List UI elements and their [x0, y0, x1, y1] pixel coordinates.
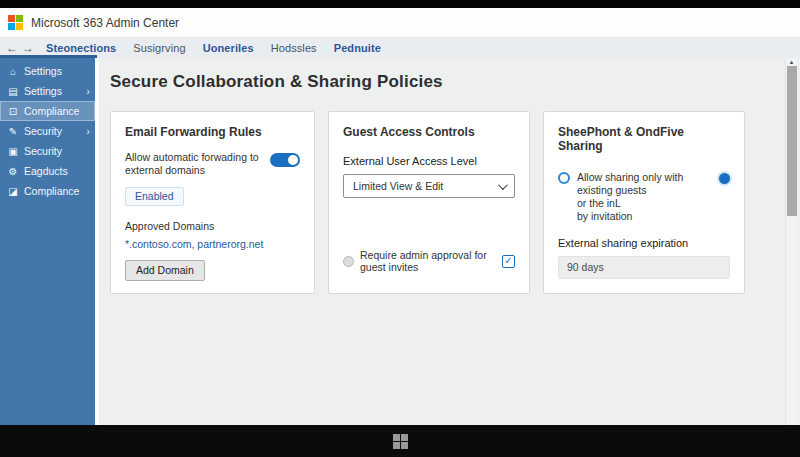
sidebar-item-compliance[interactable]: ⊡ Compliance	[0, 101, 95, 121]
pencil-icon: ✎	[6, 126, 20, 137]
forwarding-toggle-label: Allow automatic forwading to external do…	[125, 151, 259, 177]
approval-checkbox[interactable]: ✓	[502, 255, 515, 268]
sharing-radio-selected[interactable]	[719, 173, 730, 184]
back-arrow-icon[interactable]: ←	[4, 41, 20, 55]
toggle-knob	[288, 155, 298, 165]
page-title: Secure Collaboration & Sharing Policies	[110, 72, 800, 92]
sharing-option-line3: by invitation	[577, 210, 709, 223]
tab-steonections[interactable]: Steonections	[46, 42, 116, 54]
approval-radio-indicator[interactable]	[343, 256, 354, 267]
access-level-value: Limited View & Edit	[353, 180, 443, 192]
main-content: Secure Collaboration & Sharing Policies …	[95, 58, 800, 425]
expiration-field[interactable]: 90 days	[558, 256, 730, 279]
chevron-down-icon	[498, 180, 508, 190]
card-title: Guest Access Controls	[343, 125, 515, 139]
card-title: Email Forwarding Rules	[125, 125, 300, 139]
cards-row: Email Forwarding Rules Allow automatic f…	[110, 111, 800, 294]
scrollbar-thumb[interactable]	[787, 66, 797, 216]
sidebar-item-settings-2[interactable]: ▤ Settings ›	[0, 81, 95, 101]
card-email-forwarding: Email Forwarding Rules Allow automatic f…	[110, 111, 315, 294]
sharing-radio-unselected[interactable]	[558, 172, 570, 184]
chevron-right-icon: ›	[86, 125, 90, 137]
taskbar	[0, 425, 800, 457]
sharing-option-line2: or the inL	[577, 197, 709, 210]
sidebar-item-compliance-2[interactable]: ◪ Compliance	[0, 181, 95, 201]
card-title: SheePhont & OndFive Sharing	[558, 125, 730, 153]
tab-hodssles[interactable]: Hodssles	[271, 42, 317, 54]
sidebar-item-eagducts[interactable]: ⚙ Eagducts	[0, 161, 95, 181]
navigation-bar: ← → Steonections Susigrving Uoneriles Ho…	[0, 38, 800, 58]
screen: Microsoft 363 Admin Center ← → Steonecti…	[0, 0, 800, 457]
access-level-select[interactable]: Limited View & Edit	[343, 174, 515, 198]
forwarding-toggle-row: Allow automatic forwading to external do…	[125, 151, 300, 177]
microsoft-logo-icon	[8, 15, 23, 30]
edit-square-icon: ◪	[6, 186, 20, 197]
admin-approval-row: Require admin approval for guest invites…	[343, 249, 515, 281]
window-title: Microsoft 363 Admin Center	[31, 16, 179, 30]
sidebar-item-security[interactable]: ✎ Security ›	[0, 121, 95, 141]
sidebar-item-security-2[interactable]: ▣ Security	[0, 141, 95, 161]
check-icon: ✓	[504, 256, 512, 266]
forwarding-toggle[interactable]	[270, 153, 300, 167]
card-guest-access: Guest Access Controls External User Acce…	[328, 111, 530, 294]
clipboard-icon: ⊡	[6, 106, 20, 117]
access-level-label: External User Access Level	[343, 155, 515, 167]
scrollbar[interactable]: ▴	[785, 58, 797, 425]
tab-susigrving[interactable]: Susigrving	[133, 42, 185, 54]
status-badge: Enabled	[125, 187, 184, 206]
approved-domains-label: Approved Domains	[125, 220, 300, 232]
chevron-right-icon: ›	[86, 85, 90, 97]
sharing-option-line1: Allow sharing only with existing guests	[577, 171, 709, 197]
list-icon: ▤	[6, 86, 20, 97]
sidebar-item-settings[interactable]: ⌂ Settings	[0, 61, 95, 81]
add-domain-button[interactable]: Add Domain	[125, 260, 205, 281]
tab-uoneriles[interactable]: Uoneriles	[203, 42, 254, 54]
sharing-option-row: Allow sharing only with existing guests …	[558, 171, 730, 223]
approval-label: Require admin approval for guest invites	[360, 249, 496, 273]
gear-icon: ⚙	[6, 166, 20, 177]
home-icon: ⌂	[6, 66, 20, 77]
forward-arrow-icon[interactable]: →	[20, 41, 36, 55]
sharing-option-label: Allow sharing only with existing guests …	[577, 171, 709, 223]
scroll-up-icon[interactable]: ▴	[786, 58, 797, 66]
sidebar: ⌂ Settings ▤ Settings › ⊡ Compliance ✎ S…	[0, 58, 95, 425]
title-bar: Microsoft 363 Admin Center	[0, 8, 800, 38]
top-black-strip	[0, 0, 800, 8]
tab-pednuite[interactable]: Pednuite	[334, 42, 381, 54]
windows-start-button[interactable]	[393, 434, 408, 449]
card-sharing: SheePhont & OndFive Sharing Allow sharin…	[543, 111, 745, 294]
expiration-label: External sharing expiration	[558, 237, 730, 249]
approved-domains-value[interactable]: *.contoso.com, partnerorg.net	[125, 238, 300, 250]
nav-tabs: Steonections Susigrving Uoneriles Hodssl…	[46, 42, 381, 54]
document-icon: ▣	[6, 146, 20, 157]
